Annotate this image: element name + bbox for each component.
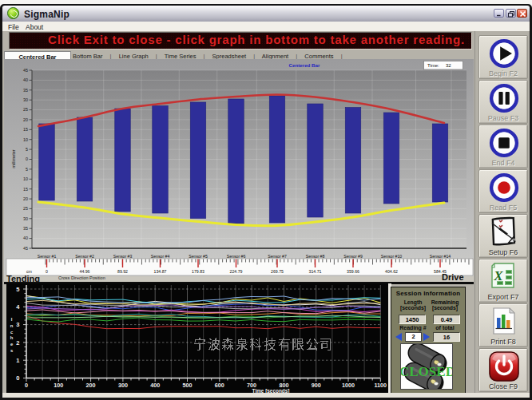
svg-text:Sensor #6: Sensor #6	[227, 254, 246, 259]
svg-text:404.62: 404.62	[385, 269, 398, 274]
svg-text:10: 10	[23, 176, 28, 181]
svg-text:5: 5	[16, 286, 19, 293]
svg-text:15: 15	[23, 187, 28, 192]
svg-text:314.71: 314.71	[309, 269, 322, 274]
svg-text:Sensor #10: Sensor #10	[381, 254, 403, 259]
svg-text:Sensor #8: Sensor #8	[306, 254, 325, 259]
svg-text:millimeter: millimeter	[11, 149, 16, 168]
svg-text:Sensor #1: Sensor #1	[38, 254, 57, 259]
svg-text:3: 3	[16, 321, 19, 328]
svg-text:1: 1	[16, 357, 19, 364]
svg-text:1000: 1000	[342, 382, 355, 389]
svg-text:40: 40	[23, 77, 28, 82]
svg-text:35: 35	[23, 88, 28, 93]
svg-text:32: 32	[446, 63, 451, 68]
svg-text:45: 45	[23, 68, 28, 73]
svg-text:0: 0	[46, 269, 48, 274]
svg-text:Time:: Time:	[427, 63, 439, 68]
svg-text:30: 30	[23, 216, 28, 221]
svg-text:Sensor #9: Sensor #9	[343, 254, 363, 259]
svg-text:Sensor #14: Sensor #14	[430, 254, 451, 259]
svg-text:224.79: 224.79	[230, 269, 243, 274]
svg-text:134.87: 134.87	[154, 269, 167, 274]
svg-text:25: 25	[23, 107, 28, 112]
svg-text:20: 20	[23, 196, 28, 201]
svg-text:300: 300	[118, 382, 128, 389]
svg-text:400: 400	[150, 382, 160, 389]
svg-text:100: 100	[54, 382, 63, 389]
svg-text:0: 0	[25, 382, 28, 389]
svg-text:2: 2	[16, 339, 19, 347]
svg-text:Sensor #2: Sensor #2	[75, 254, 94, 259]
svg-text:500: 500	[183, 382, 193, 389]
svg-text:45: 45	[23, 246, 28, 251]
svg-text:25: 25	[23, 206, 28, 211]
svg-text:cm: cm	[26, 269, 32, 274]
svg-text:200: 200	[86, 382, 96, 389]
svg-text:35: 35	[23, 226, 28, 231]
svg-text:900: 900	[312, 382, 321, 389]
svg-text:40: 40	[23, 236, 28, 240]
svg-text:Sensor #3: Sensor #3	[113, 254, 133, 259]
svg-text:0: 0	[16, 374, 19, 382]
svg-text:15: 15	[23, 127, 28, 132]
svg-text:5: 5	[26, 167, 28, 172]
svg-text:Sensor #7: Sensor #7	[268, 254, 287, 259]
svg-text:Sensor #5: Sensor #5	[189, 254, 208, 259]
svg-text:30: 30	[23, 97, 28, 102]
svg-text:89.92: 89.92	[117, 269, 128, 274]
svg-text:10: 10	[23, 137, 28, 142]
svg-text:600: 600	[215, 382, 224, 389]
svg-text:0: 0	[26, 156, 28, 161]
svg-text:20: 20	[23, 117, 28, 122]
svg-text:s: s	[10, 348, 13, 353]
svg-text:359.66: 359.66	[347, 269, 359, 274]
svg-text:Sensor #4: Sensor #4	[151, 254, 170, 259]
svg-text:n: n	[10, 323, 14, 328]
svg-text:1100: 1100	[375, 382, 387, 389]
svg-text:44.96: 44.96	[80, 269, 90, 274]
svg-text:h: h	[10, 335, 14, 340]
svg-text:179.83: 179.83	[192, 269, 204, 274]
svg-text:5: 5	[26, 147, 28, 152]
svg-text:Centered Bar: Centered Bar	[289, 62, 320, 68]
svg-text:269.75: 269.75	[271, 269, 284, 274]
